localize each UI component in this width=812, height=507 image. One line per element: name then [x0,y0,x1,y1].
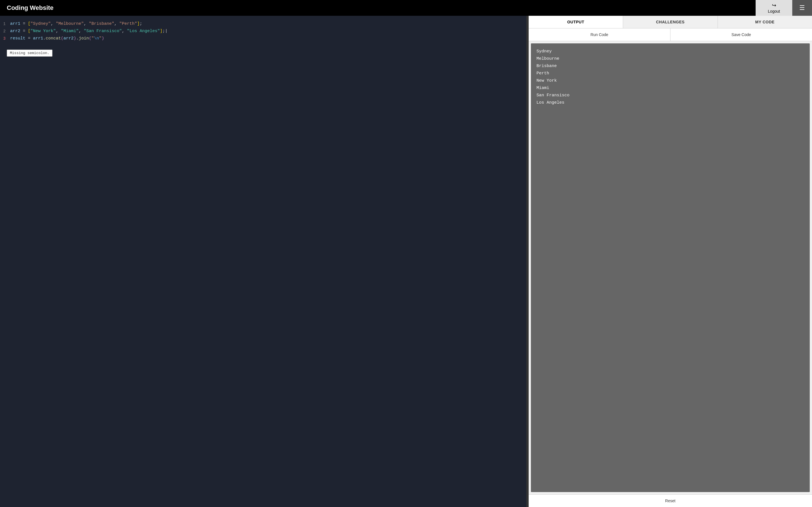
output-line: New York [537,77,804,84]
logout-button[interactable]: ↪ Logout [756,0,792,16]
tab-mycode[interactable]: MY CODE [718,16,812,28]
output-line: Brisbane [537,62,804,70]
run-code-button[interactable]: Run Code [529,29,670,41]
save-code-button[interactable]: Save Code [670,29,812,41]
panel-divider [526,16,529,507]
code-line-2: 2 arr2 = ["New York", "Miami", "San Fran… [0,27,526,35]
code-line-3: 3 result = arr1.concat(arr2).join("\n") [0,35,526,42]
line-number-1: 1 [0,20,10,27]
site-title: Coding Website [0,4,756,11]
tab-challenges[interactable]: CHALLENGES [623,16,718,28]
reset-button[interactable]: Reset [529,495,812,507]
hamburger-icon: ☰ [799,4,805,11]
output-line: Melbourne [537,55,804,62]
logout-label: Logout [768,9,780,13]
output-line: San Fransisco [537,92,804,99]
line-content-3: result = arr1.concat(arr2).join("\n") [10,35,526,42]
logout-icon: ↪ [772,2,776,8]
output-line: Los Angeles [537,99,804,107]
line-number-2: 2 [0,27,10,35]
line-content-1: arr1 = ["Sydney", "Melbourne", "Brisbane… [10,20,526,27]
output-area: SydneyMelbourneBrisbanePerthNew YorkMiam… [531,43,810,492]
line-number-3: 3 [0,35,10,42]
right-panel: OUTPUT CHALLENGES MY CODE Run Code Save … [529,16,812,507]
action-buttons: Run Code Save Code [529,29,812,41]
output-line: Perth [537,70,804,77]
reset-row: Reset [529,494,812,507]
tab-output[interactable]: OUTPUT [529,16,623,28]
output-line: Miami [537,84,804,92]
code-editor[interactable]: 1 arr1 = ["Sydney", "Melbourne", "Brisba… [0,16,526,507]
header: Coding Website ↪ Logout ☰ [0,0,812,16]
output-line: Sydney [537,48,804,55]
hamburger-button[interactable]: ☰ [792,0,812,16]
tab-bar: OUTPUT CHALLENGES MY CODE [529,16,812,29]
code-line-1: 1 arr1 = ["Sydney", "Melbourne", "Brisba… [0,20,526,27]
main-content: 1 arr1 = ["Sydney", "Melbourne", "Brisba… [0,16,812,507]
line-content-2: arr2 = ["New York", "Miami", "San Fransi… [10,27,526,35]
editor-panel: 1 arr1 = ["Sydney", "Melbourne", "Brisba… [0,16,526,507]
